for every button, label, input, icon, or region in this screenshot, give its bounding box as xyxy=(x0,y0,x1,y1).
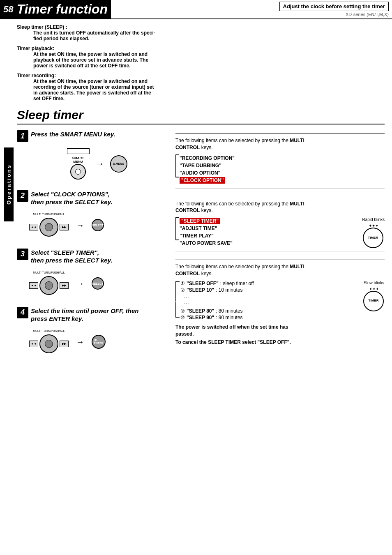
panel2-timer-icon: TIMER xyxy=(363,228,383,248)
panel1-bracket-mid2 xyxy=(175,166,179,172)
step-4-block: 4 Select the time until power OFF, thenp… xyxy=(17,307,169,358)
col-right: The following items can be selected by p… xyxy=(175,130,385,365)
panel3-outer-bracket xyxy=(175,281,180,318)
panel3-side: Slow blinks ✦✦✦ TIMER xyxy=(363,281,385,308)
step1-arrow: → xyxy=(95,159,104,169)
step-1-number: 1 xyxy=(17,130,28,142)
step3-mc-wrapper: MULTI TURN/PUSH/ALL ◄◄ ▶▶ xyxy=(29,271,69,296)
panel2-item-3: "TIMER PLAY" xyxy=(180,232,233,240)
section-title: Sleep timer xyxy=(17,108,385,124)
step2-transport-right: ▶▶ xyxy=(60,224,69,230)
sleep-key-9: "SLEEP 80" xyxy=(187,308,214,314)
panel3-dot-1: · · · xyxy=(184,295,254,300)
panel2-items-col: "SLEEP TIMER" "ADJUST TIME" "TIMER PLAY"… xyxy=(180,217,233,247)
step3-mc-inner xyxy=(45,281,53,290)
panel3-footer1: The power is switched off when the set t… xyxy=(175,324,359,338)
panel2-divider xyxy=(175,197,385,197)
step-3-header: 3 Select "SLEEP TIMER",then press the SE… xyxy=(17,249,169,265)
sleep-num-10: ⑩ xyxy=(180,315,185,320)
panel2-bracket-top xyxy=(175,217,179,223)
step3-transport: ◄◄ ▶▶ xyxy=(29,275,69,296)
panel2-bracket xyxy=(175,217,179,247)
panel1-item-3: "AUDIO OPTION" xyxy=(180,169,235,177)
step2-transport-left: ◄◄ xyxy=(29,224,38,230)
step4-mc-center xyxy=(39,334,58,353)
step4-enter-wrapper: U/ENTER xyxy=(92,335,106,349)
panel2-blink-label: Rapid blinks xyxy=(362,217,385,222)
panel1-items-col: "RECORDING OPTION" "TAPE DUBBING" "AUDIO… xyxy=(180,154,235,184)
panel2-row: "SLEEP TIMER" "ADJUST TIME" "TIMER PLAY"… xyxy=(175,217,385,247)
smart-menu-label: SMARTMENU xyxy=(72,157,84,164)
step-1-block: 1 Press the SMART MENU key. SMARTMENU xyxy=(17,130,169,183)
step4-arrow: → xyxy=(76,337,84,347)
sleep-key-2: "SLEEP 10" xyxy=(187,287,214,293)
step4-transport-left: ◄◄ xyxy=(29,341,38,347)
panel2-item-2: "ADJUST TIME" xyxy=(180,225,233,232)
step3-mc-label: MULTI TURN/PUSH/ALL xyxy=(33,271,65,274)
intro-label-sleep: Sleep timer (SLEEP) : xyxy=(17,24,67,30)
panel2-menu-list: "SLEEP TIMER" "ADJUST TIME" "TIMER PLAY"… xyxy=(175,217,358,247)
step-4-title: Select the time until power OFF, thenpre… xyxy=(31,307,139,323)
panel1-bracket-bot xyxy=(175,172,179,177)
step-4-number: 4 xyxy=(17,307,28,318)
step4-mc-wrapper: MULTI TURN/PUSH/ALL ◄◄ ▶▶ xyxy=(29,329,69,355)
sleep-val-1: : sleep timer off xyxy=(220,281,254,286)
panel2-timer-text: TIMER xyxy=(368,236,378,240)
panel3-sleep-items: ① "SLEEP OFF" : sleep timer off ② "SLEEP… xyxy=(180,281,254,320)
panel3-divider xyxy=(175,260,385,260)
page-title: Timer function xyxy=(16,2,108,17)
intro-item-playback: Timer playback: At the set ON time, the … xyxy=(17,46,385,69)
step-3-number: 3 xyxy=(17,249,28,260)
step4-transport: ◄◄ ▶▶ xyxy=(29,333,69,355)
panel3-sleep-list: ① "SLEEP OFF" : sleep timer off ② "SLEEP… xyxy=(175,281,359,320)
panel3-row: ① "SLEEP OFF" : sleep timer off ② "SLEEP… xyxy=(175,281,385,346)
panel3-main: ① "SLEEP OFF" : sleep timer off ② "SLEEP… xyxy=(175,281,359,346)
panel2-main: "SLEEP TIMER" "ADJUST TIME" "TIMER PLAY"… xyxy=(175,217,358,247)
panel2-item-4: "AUTO POWER SAVE" xyxy=(180,240,233,247)
panel1-bracket-mid1 xyxy=(175,160,179,166)
page-header: 58 Timer function Adjust the clock befor… xyxy=(0,0,392,19)
step1-device-illus: SMARTMENU xyxy=(67,148,90,180)
step3-arrow: → xyxy=(76,279,84,288)
panel3-timer-text: TIMER xyxy=(369,299,379,303)
step-3-block: 3 Select "SLEEP TIMER",then press the SE… xyxy=(17,249,169,299)
intro-label-recording: Timer recording: xyxy=(17,73,56,78)
intro-text-playback: At the set ON time, the power is switche… xyxy=(33,51,385,69)
intro-label-playback: Timer playback: xyxy=(17,46,54,51)
s-menu-btn: S.MENU xyxy=(110,155,127,173)
sleep-key-1: "SLEEP OFF" xyxy=(187,281,219,286)
panel3-sleep-item-1: ① "SLEEP OFF" : sleep timer off xyxy=(180,281,254,286)
sleep-val-10: : 90 minutes xyxy=(216,315,242,320)
sleep-val-9: : 80 minutes xyxy=(216,308,242,314)
sleep-val-2: : 10 minutes xyxy=(216,287,242,293)
header-right: Adjust the clock before setting the time… xyxy=(111,0,392,18)
panel3-timer-icon-wrapper: ✦✦✦ TIMER xyxy=(363,287,385,308)
step-2-diagram: MULTI TURN/PUSH/ALL ◄◄ ▶▶ → SELEC xyxy=(17,210,169,241)
intro-section: Sleep timer (SLEEP) : The unit is turned… xyxy=(17,24,385,101)
header-subtitle: Adjust the clock before setting the time… xyxy=(279,2,389,11)
step2-mc-center xyxy=(39,218,58,237)
panel3-bracket-dots2 xyxy=(175,296,180,304)
step2-select-btn: SELECT xyxy=(92,219,104,231)
panel3-blink-label: Slow blinks xyxy=(364,281,384,285)
step1-remote-illus: S.MENU xyxy=(110,155,127,173)
step3-transport-right: ▶▶ xyxy=(60,282,69,289)
step4-enter-btn: U/ENTER xyxy=(92,335,106,349)
step3-select-wrapper: SELECT xyxy=(92,277,104,290)
panel1-bracket-top xyxy=(175,154,179,160)
page-number: 58 xyxy=(3,4,13,15)
panel3-intro: The following items can be selected by p… xyxy=(175,263,385,277)
left-tab: Operations xyxy=(4,147,14,221)
panel1-item-4-highlighted: "CLOCK OPTION" xyxy=(180,177,225,184)
panel3-timer-icon: TIMER xyxy=(363,291,384,311)
intro-text-recording: At the set ON time, the power is switche… xyxy=(33,78,385,101)
body-content: Sleep timer (SLEEP) : The unit is turned… xyxy=(14,24,388,365)
panel1-item-1: "RECORDING OPTION" xyxy=(180,154,235,162)
step-2-block: 2 Select "CLOCK OPTIONS",then press the … xyxy=(17,190,169,241)
smart-menu-btn-inner xyxy=(75,169,81,175)
panel2-bracket-mid2 xyxy=(175,229,179,235)
panel2-bracket-bot xyxy=(175,235,179,240)
main-content: Operations Sleep timer (SLEEP) : The uni… xyxy=(0,23,392,367)
step4-mc-inner xyxy=(45,340,53,348)
step-2-number: 2 xyxy=(17,190,28,202)
